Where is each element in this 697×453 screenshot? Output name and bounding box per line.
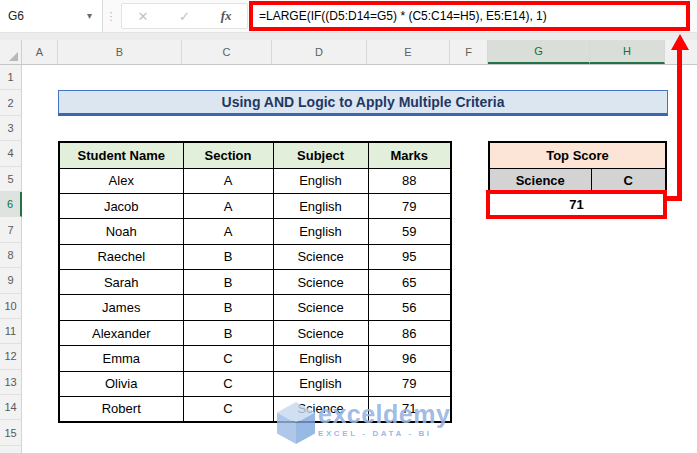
column-header-g[interactable]: G xyxy=(488,40,590,64)
cell-marks[interactable]: 79 xyxy=(368,193,451,218)
row-header-1[interactable]: 1 xyxy=(0,65,21,90)
cell-subject[interactable]: Science xyxy=(273,320,368,345)
row-header-3[interactable]: 3 xyxy=(0,116,21,141)
row-header-9[interactable]: 9 xyxy=(0,268,21,293)
table-row: Olivia C English 79 xyxy=(59,371,451,396)
cell-subject[interactable]: English xyxy=(273,168,368,193)
students-table: Student Name Section Subject Marks Alex … xyxy=(58,141,452,423)
cell-name[interactable]: Sarah xyxy=(59,270,183,295)
row-header-2[interactable]: 2 xyxy=(0,90,21,115)
select-all-icon xyxy=(9,52,18,61)
cell-subject[interactable]: English xyxy=(273,371,368,396)
header-student-name[interactable]: Student Name xyxy=(59,142,183,168)
cell-section[interactable]: B xyxy=(183,244,273,269)
cell-marks[interactable]: 95 xyxy=(368,244,451,269)
cell-section[interactable]: C xyxy=(183,346,273,371)
row-header-7[interactable]: 7 xyxy=(0,217,21,242)
insert-function-icon[interactable]: fx xyxy=(221,8,232,24)
cell-subject[interactable]: Science xyxy=(273,270,368,295)
column-header-c[interactable]: C xyxy=(182,40,272,64)
column-header-h[interactable]: H xyxy=(590,40,665,64)
table-header-row: Student Name Section Subject Marks xyxy=(59,142,451,168)
table-row: Sarah B Science 65 xyxy=(59,270,451,295)
column-header-a[interactable]: A xyxy=(22,40,58,64)
annotation-arrow-shaft xyxy=(677,47,682,201)
formula-bar-splitter-icon[interactable]: ⋮ xyxy=(104,0,118,32)
result-cell-g6[interactable]: 71 xyxy=(486,190,667,219)
cell-marks[interactable]: 56 xyxy=(368,295,451,320)
row-header-11[interactable]: 11 xyxy=(0,319,21,344)
row-header-15[interactable]: 15 xyxy=(0,420,21,445)
formula-bar: G6 ▾ ⋮ ✕ ✓ fx =LARGE(IF((D5:D14=G5) * (C… xyxy=(0,0,697,33)
cell-marks[interactable]: 86 xyxy=(368,320,451,345)
row-header-5[interactable]: 5 xyxy=(0,167,21,192)
cancel-icon[interactable]: ✕ xyxy=(137,9,148,24)
row-header-13[interactable]: 13 xyxy=(0,370,21,395)
cell-name[interactable]: Raechel xyxy=(59,244,183,269)
cell-name[interactable]: Jacob xyxy=(59,193,183,218)
cell-section[interactable]: A xyxy=(183,193,273,218)
cell-name[interactable]: Emma xyxy=(59,346,183,371)
formula-text: =LARGE(IF((D5:D14=G5) * (C5:C14=H5), E5:… xyxy=(259,9,547,23)
excel-window: G6 ▾ ⋮ ✕ ✓ fx =LARGE(IF((D5:D14=G5) * (C… xyxy=(0,0,697,453)
cell-marks[interactable]: 96 xyxy=(368,346,451,371)
row-header-10[interactable]: 10 xyxy=(0,294,21,319)
cell-section[interactable]: B xyxy=(183,295,273,320)
cell-name[interactable]: Olivia xyxy=(59,371,183,396)
name-box-dropdown-icon[interactable]: ▾ xyxy=(87,0,92,32)
watermark-tagline: EXCEL - DATA - BI xyxy=(318,429,450,438)
cell-name[interactable]: Noah xyxy=(59,219,183,244)
top-score-panel: Top Score Science C xyxy=(488,141,667,194)
row-header-12[interactable]: 12 xyxy=(0,344,21,369)
cell-subject[interactable]: English xyxy=(273,219,368,244)
name-box[interactable]: G6 ▾ xyxy=(0,0,103,32)
cell-section[interactable]: C xyxy=(183,371,273,396)
sheet-title-cell[interactable]: Using AND Logic to Apply Multiple Criter… xyxy=(58,90,668,116)
cell-section[interactable]: C xyxy=(183,397,273,422)
enter-icon[interactable]: ✓ xyxy=(179,9,190,24)
column-header-b[interactable]: B xyxy=(58,40,182,64)
formula-input[interactable]: =LARGE(IF((D5:D14=G5) * (C5:C14=H5), E5:… xyxy=(249,1,690,31)
table-row: Alex A English 88 xyxy=(59,168,451,193)
cell-section[interactable]: B xyxy=(183,270,273,295)
formula-controls: ✕ ✓ fx xyxy=(121,3,248,29)
cell-section[interactable]: B xyxy=(183,320,273,345)
cell-marks[interactable]: 88 xyxy=(368,168,451,193)
row-header-8[interactable]: 8 xyxy=(0,243,21,268)
cell-subject[interactable]: Science xyxy=(273,397,368,422)
cell-name[interactable]: Alex xyxy=(59,168,183,193)
column-headers: A B C D E F G H xyxy=(22,40,697,64)
cell-subject[interactable]: Science xyxy=(273,244,368,269)
header-marks[interactable]: Marks xyxy=(368,142,451,168)
row-header-6[interactable]: 6 xyxy=(0,192,22,217)
select-all-button[interactable] xyxy=(0,40,22,64)
header-subject[interactable]: Subject xyxy=(273,142,368,168)
cell-name[interactable]: James xyxy=(59,295,183,320)
cell-name[interactable]: Robert xyxy=(59,397,183,422)
cell-subject[interactable]: Science xyxy=(273,295,368,320)
cell-marks[interactable]: 59 xyxy=(368,219,451,244)
row-header-4[interactable]: 4 xyxy=(0,141,21,166)
formula-bar-divider xyxy=(0,33,697,40)
header-section[interactable]: Section xyxy=(183,142,273,168)
column-header-f[interactable]: F xyxy=(450,40,488,64)
table-row: Raechel B Science 95 xyxy=(59,244,451,269)
cell-marks[interactable]: 79 xyxy=(368,371,451,396)
table-row: James B Science 56 xyxy=(59,295,451,320)
cell-section[interactable]: A xyxy=(183,168,273,193)
table-row: Alexander B Science 86 xyxy=(59,320,451,345)
cell-subject[interactable]: English xyxy=(273,346,368,371)
top-score-title-cell[interactable]: Top Score xyxy=(489,142,666,168)
cell-section[interactable]: A xyxy=(183,219,273,244)
row-header-14[interactable]: 14 xyxy=(0,395,21,420)
cell-subject[interactable]: English xyxy=(273,193,368,218)
table-row: Noah A English 59 xyxy=(59,219,451,244)
cell-name[interactable]: Alexander xyxy=(59,320,183,345)
column-header-e[interactable]: E xyxy=(367,40,450,64)
column-header-d[interactable]: D xyxy=(272,40,367,64)
cell-marks[interactable]: 71 xyxy=(368,397,451,422)
table-row: Jacob A English 79 xyxy=(59,193,451,218)
cell-marks[interactable]: 65 xyxy=(368,270,451,295)
name-box-value: G6 xyxy=(8,0,24,32)
annotation-arrow-up-icon xyxy=(671,34,689,50)
